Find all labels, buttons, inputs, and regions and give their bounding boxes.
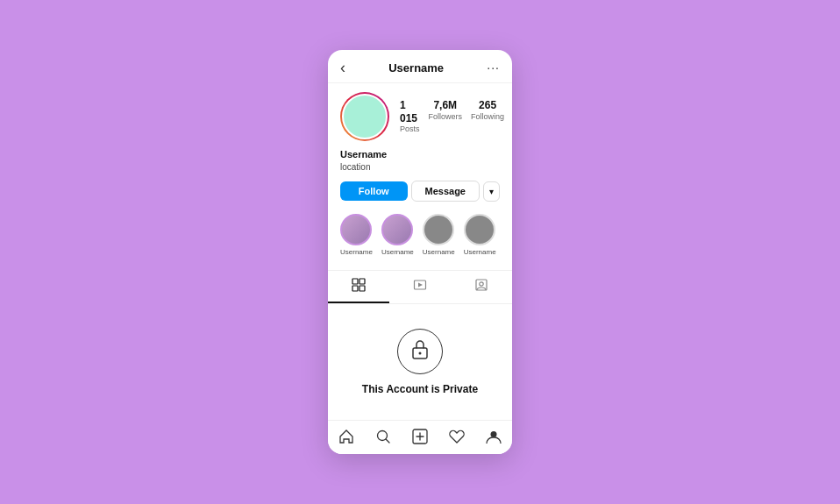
highlight-label-2: Username: [381, 248, 414, 256]
svg-rect-3: [359, 286, 365, 291]
message-button[interactable]: Message: [411, 181, 481, 202]
followers-label: Followers: [429, 112, 463, 121]
header: ‹ Username ···: [328, 50, 512, 83]
lock-icon: [409, 337, 431, 366]
profile-username: Username: [340, 148, 500, 161]
avatar-ring: [340, 92, 389, 141]
svg-rect-0: [352, 279, 358, 284]
grid-icon: [352, 278, 366, 295]
highlight-label-3: Username: [423, 248, 455, 256]
highlight-4[interactable]: Username: [464, 214, 496, 256]
nav-profile[interactable]: [475, 428, 512, 445]
highlight-label-4: Username: [464, 248, 496, 256]
posts-count: 1 015: [400, 99, 420, 124]
stat-posts: 1 015 Posts: [400, 99, 420, 133]
avatar: [342, 94, 388, 139]
private-account-text: This Account is Private: [362, 383, 478, 395]
highlight-circle-1: [340, 214, 372, 245]
lock-circle: [397, 329, 443, 374]
highlight-circle-3: [423, 214, 454, 245]
bottom-nav: [328, 420, 512, 454]
tab-reels[interactable]: [389, 271, 451, 303]
profile-section: 1 015 Posts 7,6M Followers 265 Following…: [328, 83, 512, 270]
highlight-circle-2: [381, 214, 413, 245]
phone-frame: ‹ Username ··· 1 015 Posts 7,6M Follower…: [328, 50, 512, 454]
chevron-down-icon: [489, 187, 494, 196]
nav-home[interactable]: [328, 428, 365, 445]
followers-count: 7,6M: [433, 99, 457, 111]
highlight-circle-4: [464, 214, 495, 245]
svg-point-8: [419, 352, 422, 355]
dropdown-button[interactable]: [483, 181, 500, 202]
profile-top: 1 015 Posts 7,6M Followers 265 Following: [340, 92, 500, 141]
highlights-row: Username Username Username Username: [340, 210, 500, 265]
following-label: Following: [471, 112, 504, 121]
profile-info: Username location: [340, 148, 500, 174]
nav-new-post[interactable]: [402, 428, 438, 445]
following-count: 265: [479, 99, 496, 111]
highlight-label-1: Username: [340, 248, 373, 256]
follow-button[interactable]: Follow: [340, 181, 408, 201]
stats-row: 1 015 Posts 7,6M Followers 265 Following: [400, 99, 504, 133]
svg-rect-2: [352, 286, 358, 291]
back-button[interactable]: ‹: [340, 59, 345, 77]
highlight-1[interactable]: Username: [340, 214, 373, 256]
nav-search[interactable]: [365, 428, 402, 445]
tab-grid[interactable]: [328, 271, 389, 303]
stat-followers[interactable]: 7,6M Followers: [429, 99, 463, 133]
svg-point-6: [480, 282, 483, 286]
posts-label: Posts: [400, 124, 420, 133]
svg-rect-1: [359, 279, 365, 284]
tab-row: [328, 270, 512, 304]
tab-tagged[interactable]: [451, 271, 512, 303]
svg-line-10: [386, 439, 389, 443]
stat-following[interactable]: 265 Following: [471, 99, 504, 133]
more-button[interactable]: ···: [487, 60, 500, 75]
svg-point-14: [491, 431, 497, 437]
header-title: Username: [388, 61, 444, 75]
private-area: This Account is Private: [328, 304, 512, 420]
reels-icon: [413, 278, 427, 295]
profile-location: location: [340, 161, 500, 174]
nav-activity[interactable]: [438, 428, 475, 445]
tagged-icon: [474, 278, 488, 295]
highlight-3[interactable]: Username: [423, 214, 455, 256]
highlight-2[interactable]: Username: [381, 214, 414, 256]
action-buttons: Follow Message: [340, 181, 500, 202]
